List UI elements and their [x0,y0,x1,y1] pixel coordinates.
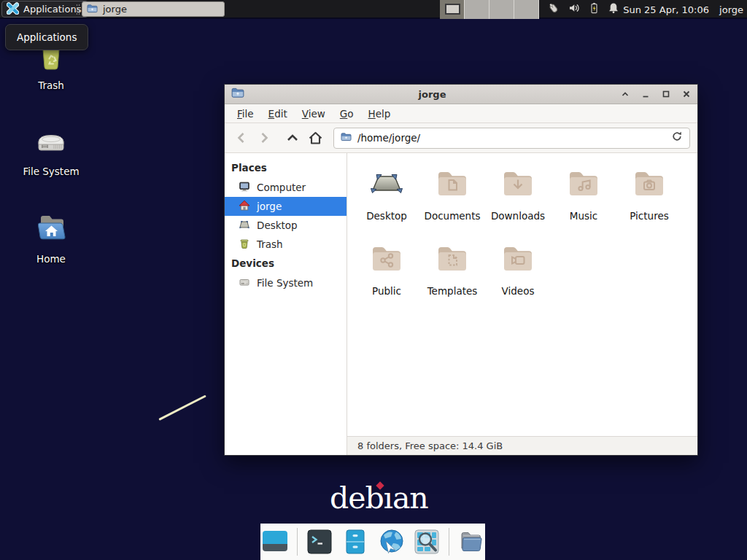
menu-go[interactable]: Go [333,105,361,122]
shade-icon[interactable] [620,90,630,99]
toolbar: /home/jorge/ [225,123,697,153]
taskbar-window-button[interactable]: jorge [82,1,225,17]
show-desktop-icon[interactable] [261,528,289,556]
back-icon[interactable] [232,128,251,147]
sidebar-item-label: Computer [257,182,306,193]
terminal-icon[interactable] [306,528,333,556]
share-folder-icon [369,240,404,278]
file-item-documents[interactable]: Documents [419,165,485,222]
dock-separator [449,528,449,556]
sidebar-item-desktop[interactable]: Desktop [225,216,347,235]
file-cabinet-icon[interactable] [341,528,369,556]
path-folder-icon [341,131,352,145]
sidebar-item-computer[interactable]: Computer [225,178,347,197]
sidebar-header-places: Places [225,158,347,178]
workspace-2[interactable] [465,0,489,19]
panel-separator-handle[interactable] [76,4,80,15]
panel-username[interactable]: jorge [719,0,743,19]
system-tray [547,0,619,19]
sidebar-header-devices: Devices [225,254,347,273]
file-item-templates[interactable]: Templates [419,240,485,297]
file-item-desktop[interactable]: Desktop [354,165,419,222]
menu-file[interactable]: File [230,105,261,122]
file-item-videos[interactable]: Videos [485,240,551,297]
directory-menu-icon[interactable] [457,528,485,556]
hard-drive-icon [34,122,69,160]
file-item-music[interactable]: Music [551,165,616,222]
home-icon[interactable] [306,128,325,147]
debian-wordmark: debıan [330,481,428,516]
templates-folder-icon [435,240,470,278]
file-item-label: Videos [502,285,535,297]
file-view[interactable]: Desktop Documents [347,153,697,455]
sidebar-item-label: jorge [257,201,282,212]
file-item-label: Public [372,285,401,297]
battery-icon[interactable] [589,2,600,17]
workspace-window-preview [445,4,460,15]
trash-small-icon [239,238,250,252]
menu-help[interactable]: Help [361,105,398,122]
applications-tooltip: Applications [5,24,88,50]
desktop-icon-label: Home [36,253,66,265]
sidebar-item-label: Desktop [257,219,298,231]
file-item-label: Templates [427,285,478,297]
desktop-icon-file-system[interactable]: File System [16,122,86,177]
close-icon[interactable] [681,90,691,99]
desktop-surface-small-icon [239,219,250,233]
sidebar-item-trash[interactable]: Trash [225,235,347,254]
file-item-public[interactable]: Public [354,240,419,297]
file-item-label: Documents [425,210,481,222]
minimize-icon[interactable] [640,90,650,99]
top-panel: Applications jorge [0,0,747,19]
desktop-icon-label: File System [23,166,79,177]
workspace-pager [440,0,539,19]
menu-edit[interactable]: Edit [261,105,295,122]
file-manager-window: jorge File Edit View Go Help /home/jorge… [224,84,698,456]
volume-icon[interactable] [568,2,581,17]
window-titlebar[interactable]: jorge [225,85,697,104]
pictures-folder-icon [632,165,667,203]
forward-icon[interactable] [255,128,274,147]
task-folder-icon [87,3,98,16]
notification-bell-icon[interactable] [608,2,619,17]
file-item-label: Desktop [366,210,407,222]
location-bar[interactable]: /home/jorge/ [333,128,690,149]
window-folder-icon [231,86,244,102]
menu-view[interactable]: View [295,105,333,122]
videos-folder-icon [500,240,535,278]
application-finder-icon[interactable] [413,528,441,556]
reload-icon[interactable] [671,131,683,145]
desktop: Applications jorge [0,0,747,560]
workspace-4[interactable] [514,0,539,19]
maximize-icon[interactable] [661,90,670,99]
workspace-1[interactable] [440,0,465,19]
sidebar-item-jorge[interactable]: jorge [225,197,347,216]
file-item-downloads[interactable]: Downloads [485,165,551,222]
debian-text-i: ı [384,481,392,516]
xfce-logo-icon [7,2,19,17]
web-browser-icon[interactable] [377,528,405,556]
panel-clock[interactable]: Sun 25 Apr, 10:06 [623,0,709,19]
file-item-label: Pictures [630,210,668,222]
path-text[interactable]: /home/jorge/ [357,132,665,144]
desktop-icon-home[interactable]: Home [16,210,86,265]
taskbar-window-label: jorge [103,4,127,15]
drive-small-icon [239,276,250,290]
download-folder-icon [500,165,535,203]
debian-text-right: an [392,481,428,516]
menubar: File Edit View Go Help [225,104,697,123]
statusbar: 8 folders, Free space: 14.4 GiB [347,436,697,455]
document-folder-icon [435,165,470,203]
workspace-3[interactable] [489,0,514,19]
window-title: jorge [244,89,620,100]
pointer-device-icon[interactable] [547,2,560,18]
dock-separator [297,528,298,556]
file-item-label: Downloads [491,210,545,222]
file-item-pictures[interactable]: Pictures [616,165,682,222]
desktop-surface-icon [369,165,404,203]
user-home-icon [239,200,250,214]
sidebar-item-label: File System [257,277,313,289]
dock-panel [260,524,485,560]
up-icon[interactable] [283,128,302,147]
sidebar-item-file-system[interactable]: File System [225,273,347,292]
